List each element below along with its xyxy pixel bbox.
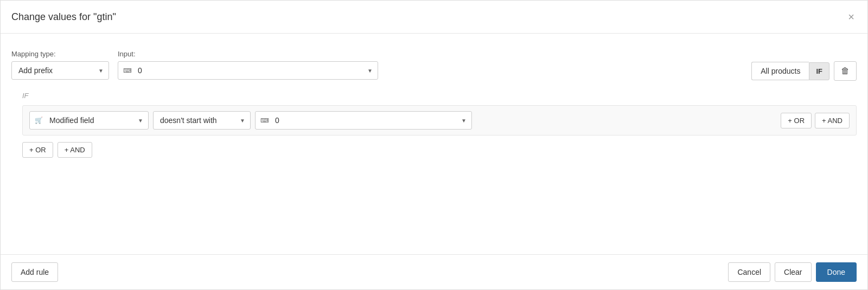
input-group: Input: ⌨ 0 ▼ — [118, 50, 378, 80]
bottom-and-button[interactable]: + AND — [58, 142, 92, 158]
input-label: Input: — [118, 50, 378, 58]
mapping-type-select[interactable]: Add prefix Add suffix Replace Set value — [11, 61, 109, 80]
if-section: IF 🛒 Modified field Category Brand Price… — [22, 92, 857, 158]
modal-title: Change values for "gtin" — [11, 11, 116, 23]
condition-value-wrapper: ⌨ 0 ▼ — [255, 111, 472, 130]
delete-button[interactable]: 🗑 — [834, 61, 857, 81]
all-products-group: All products IF 🗑 — [751, 50, 857, 81]
clear-button[interactable]: Clear — [775, 262, 811, 282]
if-button[interactable]: IF — [809, 62, 829, 80]
mapping-row: Mapping type: Add prefix Add suffix Repl… — [11, 50, 857, 81]
modal-header: Change values for "gtin" × — [1, 1, 867, 34]
mapping-type-label: Mapping type: — [11, 50, 109, 58]
close-button[interactable]: × — [846, 9, 857, 24]
condition-field-wrapper: 🛒 Modified field Category Brand Price ▼ — [29, 111, 149, 130]
mapping-type-group: Mapping type: Add prefix Add suffix Repl… — [11, 50, 109, 80]
bottom-or-button[interactable]: + OR — [22, 142, 53, 158]
mapping-type-wrapper: Add prefix Add suffix Replace Set value … — [11, 61, 109, 80]
condition-or-button[interactable]: + OR — [781, 113, 812, 128]
condition-row: 🛒 Modified field Category Brand Price ▼ … — [22, 105, 857, 136]
condition-and-button[interactable]: + AND — [815, 113, 850, 128]
cancel-button[interactable]: Cancel — [728, 262, 770, 282]
input-select[interactable]: 0 — [118, 61, 378, 80]
done-button[interactable]: Done — [816, 262, 857, 282]
all-products-button[interactable]: All products — [751, 62, 809, 80]
condition-operator-wrapper: doesn't start with starts with contains … — [153, 111, 251, 130]
condition-field-select[interactable]: Modified field Category Brand Price — [29, 111, 149, 130]
bottom-or-and-group: + OR + AND — [22, 142, 857, 158]
condition-operator-select[interactable]: doesn't start with starts with contains … — [153, 111, 251, 130]
footer-right: Cancel Clear Done — [728, 262, 857, 282]
modal-footer: Add rule Cancel Clear Done — [1, 254, 867, 289]
modal-body: Mapping type: Add prefix Add suffix Repl… — [1, 34, 867, 254]
condition-or-and-group: + OR + AND — [781, 113, 850, 128]
condition-value-select[interactable]: 0 — [255, 111, 472, 130]
input-wrapper: ⌨ 0 ▼ — [118, 61, 378, 80]
if-label: IF — [22, 92, 857, 100]
add-rule-button[interactable]: Add rule — [11, 262, 58, 282]
modal-dialog: Change values for "gtin" × Mapping type:… — [0, 0, 868, 290]
